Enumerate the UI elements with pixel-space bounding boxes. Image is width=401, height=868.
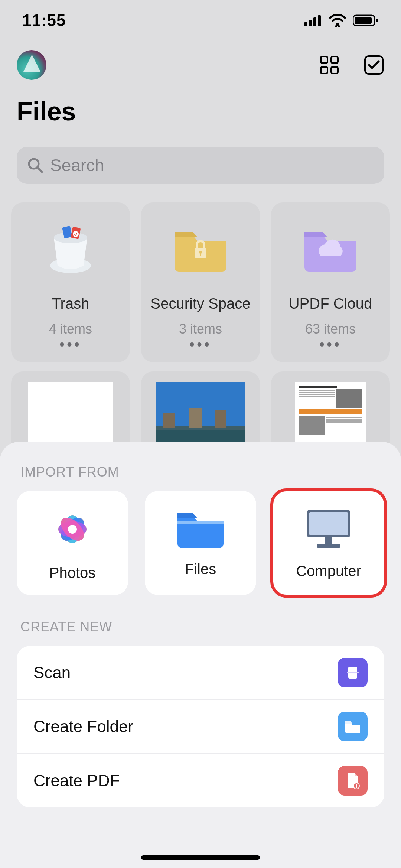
import-label: Photos bbox=[49, 565, 96, 581]
search-icon bbox=[27, 157, 43, 173]
create-pdf[interactable]: Create PDF bbox=[17, 754, 384, 807]
svg-rect-41 bbox=[325, 537, 332, 545]
svg-rect-6 bbox=[355, 17, 372, 24]
folder-trash[interactable]: Trash 4 items ••• bbox=[11, 202, 130, 362]
folder-sub: 4 items bbox=[49, 321, 92, 337]
status-bar: 11:55 bbox=[0, 0, 401, 41]
avatar[interactable] bbox=[17, 50, 46, 80]
lock-folder-icon bbox=[169, 219, 232, 275]
svg-rect-2 bbox=[313, 17, 316, 26]
import-files[interactable]: Files bbox=[145, 491, 256, 595]
svg-line-14 bbox=[38, 168, 42, 172]
create-scan[interactable]: Scan bbox=[17, 646, 384, 700]
computer-icon bbox=[303, 507, 355, 552]
svg-rect-11 bbox=[331, 67, 338, 74]
header-row bbox=[0, 50, 401, 80]
svg-rect-27 bbox=[215, 410, 226, 428]
svg-rect-8 bbox=[321, 56, 327, 63]
svg-point-19 bbox=[73, 231, 79, 237]
svg-rect-44 bbox=[347, 672, 359, 673]
create-label: Scan bbox=[33, 663, 71, 682]
svg-rect-7 bbox=[376, 19, 378, 22]
pdf-icon bbox=[338, 766, 368, 796]
folder-icon bbox=[338, 712, 368, 741]
import-section-title: IMPORT FROM bbox=[0, 464, 401, 480]
svg-rect-26 bbox=[189, 408, 202, 428]
wifi-icon bbox=[329, 14, 346, 27]
select-icon[interactable] bbox=[363, 55, 384, 75]
import-label: Computer bbox=[296, 563, 361, 579]
home-indicator[interactable] bbox=[141, 855, 260, 860]
more-icon[interactable]: ••• bbox=[59, 336, 82, 353]
folder-name: Security Space bbox=[150, 295, 250, 312]
status-icons bbox=[304, 14, 379, 27]
folder-name: UPDF Cloud bbox=[289, 295, 372, 312]
create-section-title: CREATE NEW bbox=[0, 619, 401, 635]
more-icon[interactable]: ••• bbox=[319, 336, 342, 353]
trash-icon bbox=[39, 219, 102, 275]
create-list: Scan Create Folder Create PDF bbox=[17, 646, 384, 807]
svg-point-13 bbox=[29, 159, 39, 169]
folder-sub: 3 items bbox=[179, 321, 222, 337]
svg-rect-1 bbox=[309, 20, 312, 26]
search-placeholder: Search bbox=[50, 155, 104, 175]
search-input[interactable]: Search bbox=[17, 147, 384, 184]
svg-rect-10 bbox=[321, 67, 327, 74]
svg-point-37 bbox=[68, 525, 77, 534]
folder-grid: Trash 4 items ••• Security Space 3 items… bbox=[11, 202, 390, 362]
more-icon[interactable]: ••• bbox=[189, 336, 212, 353]
cloud-folder-icon bbox=[299, 219, 362, 275]
svg-rect-0 bbox=[304, 22, 307, 26]
svg-rect-25 bbox=[163, 413, 175, 428]
folder-updf-cloud[interactable]: UPDF Cloud 63 items ••• bbox=[271, 202, 390, 362]
import-computer[interactable]: Computer bbox=[273, 491, 384, 595]
status-time: 11:55 bbox=[22, 11, 66, 30]
import-photos[interactable]: Photos bbox=[17, 491, 128, 595]
svg-rect-38 bbox=[177, 521, 224, 524]
svg-rect-9 bbox=[331, 56, 338, 63]
folder-security-space[interactable]: Security Space 3 items ••• bbox=[141, 202, 260, 362]
import-create-sheet: IMPORT FROM Photos Files bbox=[0, 442, 401, 868]
svg-rect-40 bbox=[309, 512, 348, 535]
battery-icon bbox=[353, 14, 379, 27]
svg-point-4 bbox=[336, 23, 339, 26]
create-folder[interactable]: Create Folder bbox=[17, 700, 384, 754]
page-title: Files bbox=[17, 97, 76, 126]
photos-icon bbox=[48, 505, 97, 553]
cellular-icon bbox=[304, 14, 322, 26]
svg-rect-42 bbox=[317, 544, 340, 548]
files-folder-icon bbox=[175, 509, 226, 550]
svg-rect-22 bbox=[200, 253, 201, 256]
create-label: Create Folder bbox=[33, 717, 133, 736]
create-label: Create PDF bbox=[33, 771, 120, 790]
grid-view-icon[interactable] bbox=[319, 55, 339, 75]
folder-name: Trash bbox=[52, 295, 89, 312]
folder-sub: 63 items bbox=[305, 321, 356, 337]
import-row: Photos Files Computer bbox=[0, 491, 401, 595]
import-label: Files bbox=[185, 561, 216, 578]
svg-rect-3 bbox=[318, 15, 321, 26]
scan-icon bbox=[338, 658, 368, 687]
